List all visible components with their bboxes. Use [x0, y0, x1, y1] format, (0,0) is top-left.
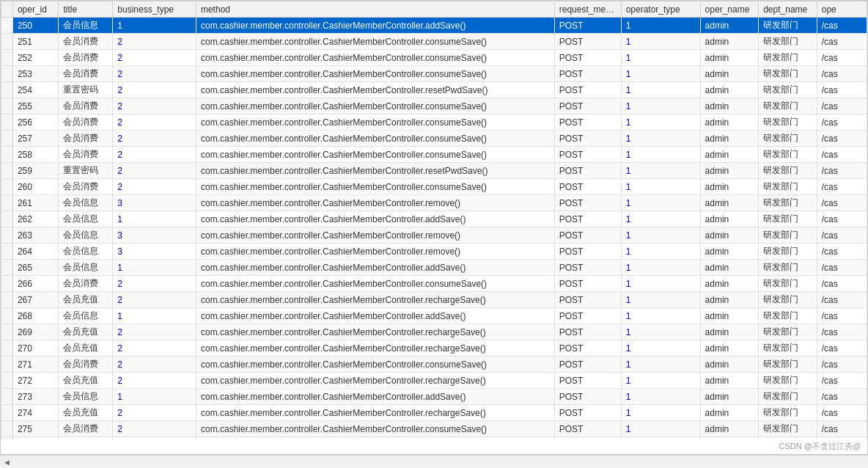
row-indicator-cell: [1, 163, 13, 179]
cell-method: com.cashier.member.controller.CashierMem…: [196, 276, 554, 292]
cell-business_type: 2: [113, 114, 196, 131]
table-row[interactable]: 263会员信息3com.cashier.member.controller.Ca…: [1, 227, 867, 244]
header-oper_name[interactable]: oper_name: [700, 1, 759, 18]
cell-oper_name: admin: [700, 405, 759, 421]
table-row[interactable]: 275会员消费2com.cashier.member.controller.Ca…: [1, 421, 867, 437]
cell-oper_id: 273: [12, 389, 59, 405]
cell-request_method: POST: [554, 114, 621, 131]
header-method[interactable]: method: [196, 1, 554, 18]
table-row[interactable]: 268会员信息1com.cashier.member.controller.Ca…: [1, 308, 867, 324]
table-row[interactable]: 255会员消费2com.cashier.member.controller.Ca…: [1, 98, 867, 114]
cell-oper_name: admin: [700, 308, 759, 324]
cell-oper_name: admin: [700, 276, 759, 292]
cell-method: com.cashier.member.controller.CashierMem…: [196, 82, 554, 98]
cell-oper_id: 254: [12, 82, 59, 98]
cell-operator_type: 1: [621, 34, 700, 50]
cell-dept_name: 研发部门: [759, 405, 817, 421]
cell-request_method: POST: [554, 244, 621, 260]
cell-operator_type: 1: [621, 18, 700, 34]
cell-oper_name: admin: [700, 292, 759, 308]
table-row[interactable]: 260会员消费2com.cashier.member.controller.Ca…: [1, 179, 867, 195]
cell-operator_type: 1: [621, 114, 700, 131]
cell-ope: /cas: [817, 195, 867, 211]
row-indicator-cell: [1, 324, 13, 340]
cell-ope: /cas: [817, 114, 867, 131]
table-row[interactable]: 267会员充值2com.cashier.member.controller.Ca…: [1, 292, 867, 308]
table-row[interactable]: 269会员充值2com.cashier.member.controller.Ca…: [1, 324, 867, 340]
cell-method: com.cashier.member.controller.CashierMem…: [196, 195, 554, 211]
table-row[interactable]: 261会员信息3com.cashier.member.controller.Ca…: [1, 195, 867, 211]
cell-oper_name: admin: [700, 227, 759, 244]
cell-ope: /cas: [817, 131, 867, 147]
table-row[interactable]: 273会员信息1com.cashier.member.controller.Ca…: [1, 389, 867, 405]
cell-request_method: POST: [554, 131, 621, 147]
cell-ope: /cas: [817, 163, 867, 179]
row-indicator-cell: [1, 147, 13, 163]
table-row[interactable]: 264会员信息3com.cashier.member.controller.Ca…: [1, 244, 867, 260]
row-indicator-cell: [1, 373, 13, 389]
cell-ope: /cas: [817, 437, 867, 440]
cell-oper_name: admin: [700, 421, 759, 437]
row-indicator-cell: [1, 34, 13, 50]
row-indicator-cell: [1, 276, 13, 292]
cell-title: 会员信息: [59, 211, 113, 227]
cell-oper_name: admin: [700, 98, 759, 114]
table-row[interactable]: 272会员充值2com.cashier.member.controller.Ca…: [1, 373, 867, 389]
header-business_type[interactable]: business_type: [113, 1, 196, 18]
table-row[interactable]: 257会员消费2com.cashier.member.controller.Ca…: [1, 131, 867, 147]
cell-ope: /cas: [817, 405, 867, 421]
header-operator_type[interactable]: operator_type: [621, 1, 700, 18]
table-scroll-area[interactable]: oper_id title business_type method reque…: [1, 1, 867, 439]
cell-title: 会员消费: [59, 34, 113, 50]
header-dept_name[interactable]: dept_name: [759, 1, 817, 18]
row-indicator-cell: [1, 260, 13, 276]
header-oper_id[interactable]: oper_id: [12, 1, 59, 18]
cell-oper_name: admin: [700, 324, 759, 340]
table-row[interactable]: 266会员消费2com.cashier.member.controller.Ca…: [1, 276, 867, 292]
cell-request_method: POST: [554, 82, 621, 98]
cell-dept_name: 研发部门: [759, 163, 817, 179]
cell-operator_type: 1: [621, 244, 700, 260]
cell-method: com.cashier.member.controller.CashierMem…: [196, 308, 554, 324]
cell-request_method: POST: [554, 389, 621, 405]
cell-operator_type: 1: [621, 421, 700, 437]
cell-operator_type: 1: [621, 324, 700, 340]
table-row[interactable]: 256会员消费2com.cashier.member.controller.Ca…: [1, 114, 867, 131]
table-row[interactable]: 258会员消费2com.cashier.member.controller.Ca…: [1, 147, 867, 163]
cell-method: com.cashier.member.controller.CashierMem…: [196, 163, 554, 179]
cell-oper_id: 265: [12, 260, 59, 276]
cell-oper_id: 269: [12, 324, 59, 340]
cell-operator_type: 1: [621, 98, 700, 114]
cell-operator_type: 1: [621, 292, 700, 308]
table-row[interactable]: ▶250会员信息1com.cashier.member.controller.C…: [1, 18, 867, 34]
cell-oper_name: admin: [700, 195, 759, 211]
cell-method: com.cashier.member.controller.CashierMem…: [196, 373, 554, 389]
cell-oper_name: admin: [700, 260, 759, 276]
cell-operator_type: 1: [621, 373, 700, 389]
header-title[interactable]: title: [59, 1, 113, 18]
table-row[interactable]: 270会员充值2com.cashier.member.controller.Ca…: [1, 340, 867, 357]
cell-request_method: POST: [554, 66, 621, 82]
table-row[interactable]: 271会员消费2com.cashier.member.controller.Ca…: [1, 357, 867, 373]
table-row[interactable]: 265会员信息1com.cashier.member.controller.Ca…: [1, 260, 867, 276]
cell-oper_name: admin: [700, 244, 759, 260]
cell-ope: /cas: [817, 421, 867, 437]
table-row[interactable]: 252会员消费2com.cashier.member.controller.Ca…: [1, 50, 867, 66]
table-row[interactable]: 251会员消费2com.cashier.member.controller.Ca…: [1, 34, 867, 50]
header-ope[interactable]: ope: [817, 1, 867, 18]
cell-method: com.cashier.member.controller.CashierMem…: [196, 34, 554, 50]
header-request_method[interactable]: request_method: [554, 1, 621, 18]
table-row[interactable]: 254重置密码2com.cashier.member.controller.Ca…: [1, 82, 867, 98]
cell-title: 会员消费: [59, 421, 113, 437]
table-row[interactable]: 262会员信息1com.cashier.member.controller.Ca…: [1, 211, 867, 227]
cell-operator_type: 1: [621, 147, 700, 163]
table-row[interactable]: 253会员消费2com.cashier.member.controller.Ca…: [1, 66, 867, 82]
cell-oper_id: 252: [12, 50, 59, 66]
cell-business_type: 2: [113, 163, 196, 179]
table-row[interactable]: 274会员充值2com.cashier.member.controller.Ca…: [1, 405, 867, 421]
table-row[interactable]: 276支付1com.cashier.member.controller.PayC…: [1, 437, 867, 440]
cell-method: com.cashier.member.controller.CashierMem…: [196, 340, 554, 357]
cell-business_type: 2: [113, 421, 196, 437]
table-row[interactable]: 259重置密码2com.cashier.member.controller.Ca…: [1, 163, 867, 179]
row-indicator-cell: ▶: [1, 18, 13, 34]
